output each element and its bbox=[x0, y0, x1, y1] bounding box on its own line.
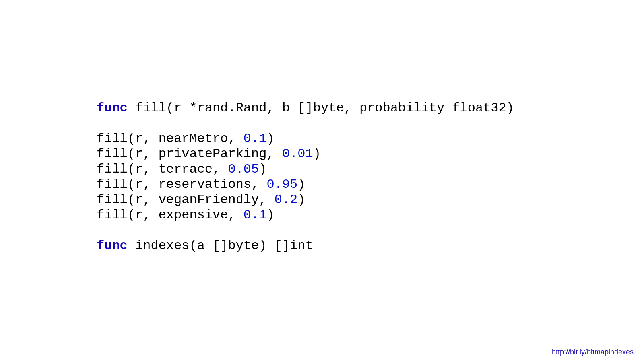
keyword-func-2: func bbox=[97, 238, 128, 253]
code-block: func fill(r *rand.Rand, b []byte, probab… bbox=[97, 101, 514, 253]
call-6-num: 0.1 bbox=[244, 208, 267, 222]
call-4-num: 0.95 bbox=[266, 177, 297, 192]
sig-fill: fill(r *rand.Rand, b []byte, probability… bbox=[128, 101, 514, 115]
call-2-b: ) bbox=[313, 146, 321, 161]
keyword-func-1: func bbox=[97, 101, 128, 115]
call-5-a: fill(r, veganFriendly, bbox=[97, 192, 275, 207]
sig-indexes: indexes(a []byte) []int bbox=[128, 238, 313, 253]
call-6-a: fill(r, expensive, bbox=[97, 208, 244, 222]
call-2-a: fill(r, privateParking, bbox=[97, 146, 282, 161]
call-3-a: fill(r, terrace, bbox=[97, 162, 228, 177]
call-1-a: fill(r, nearMetro, bbox=[97, 131, 244, 146]
call-3-b: ) bbox=[259, 162, 266, 177]
call-3-num: 0.05 bbox=[228, 162, 259, 177]
call-6-b: ) bbox=[266, 208, 274, 222]
call-5-num: 0.2 bbox=[275, 192, 298, 207]
call-5-b: ) bbox=[297, 192, 305, 207]
slide: func fill(r *rand.Rand, b []byte, probab… bbox=[0, 0, 644, 362]
footer-link[interactable]: http://bit.ly/bitmapindexes bbox=[552, 348, 634, 356]
call-4-a: fill(r, reservations, bbox=[97, 177, 266, 192]
call-1-num: 0.1 bbox=[244, 131, 267, 146]
call-2-num: 0.01 bbox=[282, 146, 313, 161]
call-4-b: ) bbox=[297, 177, 305, 192]
call-1-b: ) bbox=[266, 131, 274, 146]
